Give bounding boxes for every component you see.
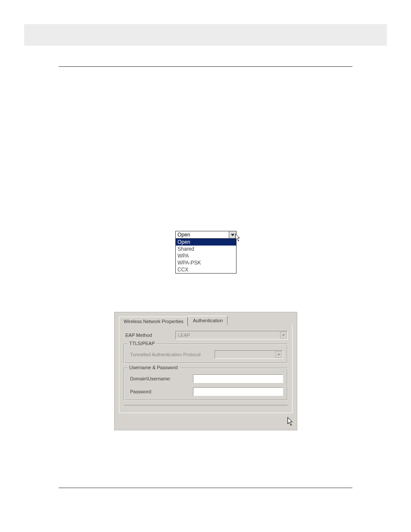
svg-marker-3 [282,334,285,336]
tab-label: Wireless Network Properties [124,319,184,324]
group-title: TTLS/PEAP [128,341,156,346]
group-title: Username & Password [128,365,180,370]
eap-method-row: EAP Method LEAP [124,331,288,339]
domain-username-label: Domain\Username: [128,376,193,381]
tunnelled-auth-row: Tunnelled Authentication Protocol [128,350,283,359]
tab-strip: Wireless Network Properties Authenticati… [115,312,297,325]
dropdown-list: Open Shared WPA WPA-PSK CCX [175,239,237,274]
header-rule [59,66,352,67]
ttls-peap-group: TTLS/PEAP Tunnelled Authentication Proto… [124,344,288,364]
auth-mode-dropdown: Open Open Shared WPA WPA-PSK CCX [175,231,237,274]
password-row: Password: [128,387,283,396]
credentials-group: Username & Password Domain\Username: Pas… [124,368,288,401]
wireless-auth-dialog: Wireless Network Properties Authenticati… [114,312,297,430]
dropdown-option-shared[interactable]: Shared [176,246,236,252]
eap-method-value: LEAP [178,333,190,338]
dropdown-collapsed[interactable]: Open [175,231,237,239]
domain-username-row: Domain\Username: [128,374,283,383]
combo-arrow-button [275,351,282,358]
tab-authentication[interactable]: Authentication [188,316,228,325]
tunnelled-auth-label: Tunnelled Authentication Protocol [128,352,215,357]
password-label: Password: [128,389,193,394]
eap-method-label: EAP Method [124,333,175,338]
triangle-down-icon [277,354,280,356]
tab-wireless-properties[interactable]: Wireless Network Properties [119,317,188,326]
dropdown-option-ccx[interactable]: CCX [176,266,236,273]
domain-username-input[interactable] [193,374,283,383]
triangle-down-icon [231,234,234,236]
dropdown-option-open[interactable]: Open [176,239,236,246]
tab-body: EAP Method LEAP TTLS/PEAP Tunnelled Auth… [119,325,293,413]
triangle-down-icon [282,334,285,336]
dropdown-selected-text: Open [177,232,190,238]
dropdown-arrow-button[interactable] [229,231,236,238]
combo-arrow-button [280,332,287,339]
dropdown-option-wpa-psk[interactable]: WPA-PSK [176,259,236,266]
header-band [24,24,387,46]
eap-method-combo[interactable]: LEAP [175,331,288,339]
partial-group-cut [124,405,288,408]
dropdown-option-wpa[interactable]: WPA [176,252,236,259]
footer-rule [59,488,352,488]
password-input[interactable] [193,387,283,396]
tunnelled-auth-combo [215,350,283,359]
tab-label: Authentication [193,318,223,323]
svg-marker-4 [277,354,280,356]
svg-marker-0 [231,234,234,236]
